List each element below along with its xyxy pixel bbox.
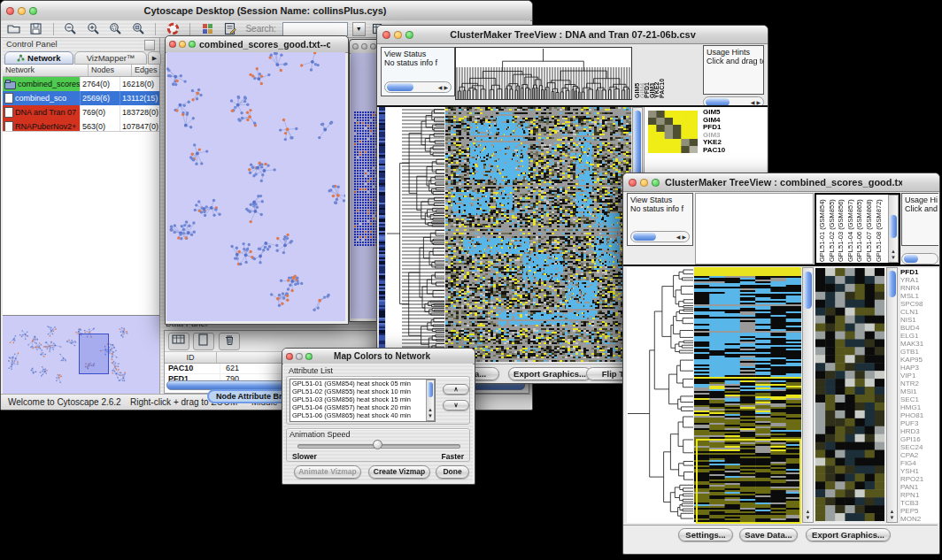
dialog-titlebar[interactable]: Map Colors to Network (282, 349, 475, 364)
gene-label[interactable]: PEP5 (900, 507, 939, 515)
gene-label[interactable]: MAK31 (900, 340, 939, 348)
vizmap-icon[interactable] (200, 21, 215, 36)
move-down-button[interactable]: ∨ (443, 400, 469, 410)
gene-label[interactable]: HRD3 (900, 427, 939, 435)
attribute-list-item[interactable]: GPL51-04 (GSM857) heat shock 20 min (290, 403, 435, 411)
new-attribute-icon[interactable] (193, 333, 214, 350)
zoom-in-icon[interactable] (86, 21, 101, 36)
zoom-vscrollbar[interactable]: ▲▼ (886, 267, 898, 523)
zoom-heatmap[interactable] (815, 268, 884, 521)
gene-label[interactable]: BUD4 (900, 324, 939, 332)
view-status-scrollbar[interactable]: ◀▶ (630, 231, 690, 242)
gene-label[interactable]: CLN1 (900, 308, 939, 316)
column-dendrogram[interactable] (455, 47, 632, 100)
gene-label[interactable]: RPN1 (900, 491, 939, 499)
birdseye-view[interactable] (3, 315, 159, 394)
help-icon[interactable] (166, 21, 181, 36)
scroll-thumb[interactable] (387, 83, 413, 91)
row-dendrogram[interactable] (627, 267, 693, 523)
scroll-thumb[interactable] (633, 233, 656, 241)
panel-float-icon[interactable] (144, 40, 155, 50)
gene-label[interactable]: SEC24 (900, 443, 939, 451)
save-session-icon[interactable] (28, 21, 43, 36)
gene-label[interactable]: NIS1 (900, 316, 939, 324)
gene-label[interactable]: MSL1 (900, 292, 939, 300)
close-button[interactable] (6, 7, 14, 15)
zoom-column-label[interactable]: PAC10 (659, 52, 664, 98)
column-label[interactable]: GPL51-02 (GSM855) (828, 196, 838, 262)
gene-label[interactable]: CPA2 (900, 451, 939, 459)
open-session-icon[interactable] (6, 21, 21, 36)
minimize-button[interactable] (18, 7, 26, 15)
scroll-arrows[interactable]: ◀▶ (751, 99, 763, 105)
annotation-icon[interactable] (222, 21, 237, 36)
gene-label[interactable]: YRA1 (900, 276, 939, 284)
gene-label[interactable]: GPI16 (900, 435, 939, 443)
gene-label[interactable]: MSI1 (900, 387, 939, 395)
network-canvas[interactable] (166, 52, 345, 321)
zoom-fit-icon[interactable] (131, 21, 146, 36)
close-button[interactable] (629, 179, 637, 187)
minimize-button[interactable] (640, 179, 648, 187)
done-button[interactable]: Done (436, 465, 469, 479)
minimize-button[interactable] (296, 353, 303, 360)
attribute-list-vscrollbar[interactable]: ▲▼ (426, 380, 435, 421)
gene-label[interactable]: PUF3 (900, 419, 939, 427)
scroll-arrows[interactable]: ▲▼ (803, 509, 813, 521)
heatmap-selection-rect[interactable] (696, 439, 801, 524)
scroll-arrows[interactable]: ▲▼ (887, 509, 897, 521)
gene-label[interactable]: RNR4 (900, 284, 939, 292)
birdseye-viewport-rect[interactable] (79, 334, 109, 374)
minimize-button[interactable] (394, 31, 402, 39)
zoom-heatmap[interactable] (648, 111, 698, 153)
gene-label[interactable]: ELG1 (900, 332, 939, 340)
close-button[interactable] (286, 353, 293, 360)
minimize-button[interactable] (361, 43, 367, 50)
tab-network[interactable]: Network (4, 51, 73, 65)
attribute-list-item[interactable]: GPL51-07 (GSM868) heat shock 60 min (290, 419, 435, 422)
zoom-out-icon[interactable] (63, 21, 78, 36)
network-list-row[interactable]: DNA and Tran 07769(0)183728(0) (3, 105, 159, 119)
scroll-arrows[interactable]: ◀▶ (438, 84, 451, 90)
attribute-list-item[interactable]: GPL51-03 (GSM856) heat shock 15 min (290, 395, 435, 403)
move-up-button[interactable]: ∧ (443, 384, 469, 395)
main-titlebar[interactable]: Cytoscape Desktop (Session Name: collins… (1, 1, 532, 21)
scroll-thumb[interactable] (904, 255, 918, 263)
zoom-button[interactable] (370, 43, 376, 50)
gene-label[interactable]: SPC98 (900, 300, 939, 308)
gene-label[interactable]: HMG1 (900, 403, 939, 411)
select-attributes-icon[interactable] (168, 333, 189, 350)
treeview2-titlebar[interactable]: ClusterMaker TreeView : combined_scores_… (623, 173, 939, 192)
gene-label-list[interactable]: PFD1YRA1RNR4MSL1SPC98CLN1NIS1BUD4ELG1MAK… (900, 268, 939, 523)
scroll-thumb[interactable] (428, 382, 433, 397)
create-vizmap-button[interactable]: Create Vizmap (368, 465, 430, 479)
column-label[interactable]: GPL51-08 (GSM872) (875, 196, 884, 262)
column-label[interactable]: GPL51-01 (GSM854) (818, 196, 828, 262)
gene-label[interactable]: PAN1 (900, 483, 939, 491)
export-graphics-button[interactable]: Export Graphics... (806, 528, 891, 541)
zoom-button[interactable] (189, 41, 196, 48)
view-status-scrollbar[interactable]: ◀▶ (384, 81, 452, 93)
gene-label[interactable]: HAP3 (900, 364, 939, 372)
gene-label[interactable]: VIP1 (900, 372, 939, 380)
settings-button[interactable]: Settings... (678, 528, 733, 541)
column-label-vscrollbar[interactable]: ▲▼ (888, 195, 899, 263)
gene-label[interactable]: YSH1 (900, 467, 939, 475)
scroll-thumb[interactable] (804, 272, 812, 309)
zoom-button[interactable] (652, 179, 660, 187)
export-graphics-button[interactable]: Export Graphics... (508, 367, 591, 380)
search-dropdown-button[interactable]: ▼ (352, 22, 366, 36)
gene-label[interactable]: MON2 (900, 515, 939, 523)
heatmap-vscrollbar[interactable]: ▲▼ (802, 267, 814, 523)
zoom-selected-icon[interactable] (108, 21, 123, 36)
close-button[interactable] (382, 31, 390, 39)
gene-label[interactable]: PFD1 (900, 268, 939, 276)
global-overview-strip[interactable] (379, 107, 385, 362)
close-button[interactable] (169, 41, 176, 48)
column-dendrogram-empty[interactable] (695, 193, 814, 265)
network-list-row[interactable]: combined_scores2764(0)16218(0) (3, 77, 159, 91)
attribute-listbox[interactable]: GPL51-01 (GSM854) heat shock 05 minGPL51… (290, 379, 436, 422)
scroll-arrows[interactable]: ▲▼ (427, 407, 434, 419)
gene-label[interactable]: GTB1 (900, 348, 939, 356)
close-button[interactable] (352, 43, 359, 50)
